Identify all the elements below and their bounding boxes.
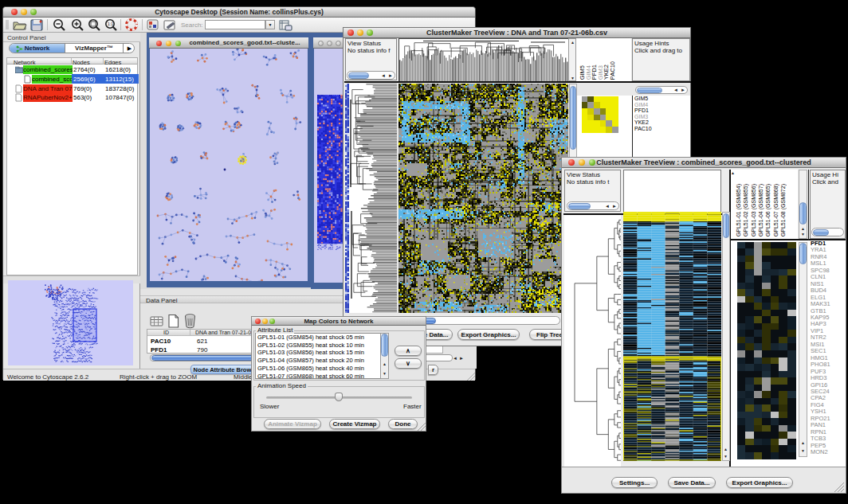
svg-text:1:1: 1:1 — [108, 21, 113, 26]
